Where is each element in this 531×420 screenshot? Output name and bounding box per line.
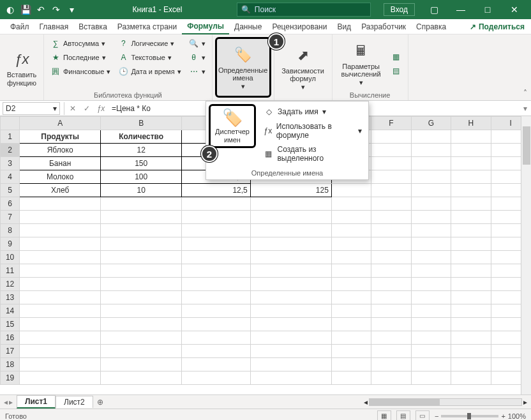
zoom-level[interactable]: 100% [508, 412, 526, 420]
cell[interactable] [331, 291, 371, 304]
cell[interactable]: Яблоко [20, 144, 101, 157]
tab-data[interactable]: Данные [229, 20, 267, 34]
sheet-tab-1[interactable]: Лист1 [17, 395, 56, 409]
cell[interactable] [331, 331, 371, 345]
cell[interactable] [101, 291, 182, 304]
row-header[interactable]: 1 [1, 130, 20, 144]
lookup-button[interactable]: 🔍▾ [186, 37, 208, 50]
cell[interactable]: Хлеб [20, 184, 101, 197]
cell[interactable] [371, 224, 411, 237]
tab-home[interactable]: Главная [34, 20, 74, 34]
math-button[interactable]: θ▾ [186, 51, 208, 64]
cell[interactable]: Банан [20, 157, 101, 170]
cell[interactable] [250, 197, 331, 211]
cell[interactable] [451, 170, 491, 184]
define-name-button[interactable]: ◇Задать имя ▾ [260, 104, 366, 119]
qat-more-icon[interactable]: ▾ [65, 3, 78, 16]
scroll-right-icon[interactable]: ▸ [523, 398, 527, 407]
cell[interactable]: Продукты [20, 130, 101, 144]
row-header[interactable]: 19 [1, 371, 20, 385]
horizontal-scrollbar[interactable]: ◂ ▸ [364, 398, 531, 407]
use-in-formula-button[interactable]: ƒxИспользовать в формуле ▾ [260, 119, 366, 142]
cell[interactable] [411, 144, 451, 157]
row-header[interactable]: 18 [1, 358, 20, 371]
cell[interactable] [250, 304, 331, 318]
zoom-out-icon[interactable]: − [435, 412, 438, 420]
cell[interactable] [451, 371, 491, 385]
cell[interactable] [451, 345, 491, 358]
cell[interactable] [182, 304, 251, 318]
cell[interactable] [331, 318, 371, 331]
autosum-button[interactable]: ∑Автосумма ▾ [48, 37, 113, 50]
cell[interactable] [371, 278, 411, 291]
cell[interactable] [451, 304, 491, 318]
row-header[interactable]: 5 [1, 184, 20, 197]
calc-sheet-button[interactable]: ▤ [389, 64, 404, 77]
cell[interactable] [451, 291, 491, 304]
redo-icon[interactable]: ↷ [50, 3, 63, 16]
cell[interactable] [20, 264, 101, 278]
cell[interactable] [20, 291, 101, 304]
enter-formula-icon[interactable]: ✓ [80, 104, 94, 113]
zoom-control[interactable]: − + 100% [435, 412, 526, 420]
close-button[interactable]: ✕ [502, 0, 527, 19]
search-box[interactable]: 🔍 Поиск [237, 3, 371, 17]
cell[interactable] [101, 358, 182, 371]
tab-developer[interactable]: Разработчик [356, 20, 411, 34]
row-header[interactable]: 2 [1, 144, 20, 157]
save-icon[interactable]: 💾 [19, 3, 32, 16]
cell[interactable] [101, 237, 182, 251]
datetime-button[interactable]: 🕒Дата и время ▾ [116, 65, 183, 78]
tab-page-layout[interactable]: Разметка страни [112, 20, 182, 34]
cell[interactable] [411, 197, 451, 211]
name-box[interactable]: D2 ▾ [3, 102, 60, 115]
scroll-left-icon[interactable]: ◂ [364, 398, 368, 407]
cell[interactable] [331, 251, 371, 264]
cell[interactable] [331, 197, 371, 211]
share-button[interactable]: ↗ Поделиться [463, 20, 531, 34]
cell[interactable] [250, 318, 331, 331]
cell[interactable] [331, 358, 371, 371]
row-header[interactable]: 14 [1, 304, 20, 318]
cell[interactable] [331, 264, 371, 278]
cell[interactable] [182, 197, 251, 211]
cell[interactable] [250, 237, 331, 251]
cell[interactable] [182, 318, 251, 331]
cell[interactable] [451, 197, 491, 211]
cell[interactable] [250, 291, 331, 304]
fx-button-icon[interactable]: ƒx [94, 104, 108, 113]
tab-file[interactable]: Файл [5, 20, 34, 34]
cell[interactable] [331, 237, 371, 251]
row-header[interactable]: 10 [1, 251, 20, 264]
cell[interactable] [331, 304, 371, 318]
cell[interactable] [250, 224, 331, 237]
cell[interactable] [411, 184, 451, 197]
hscroll-track[interactable] [369, 398, 522, 406]
cell[interactable] [371, 170, 411, 184]
sheet-nav-next-icon[interactable]: ▸ [9, 398, 13, 407]
calculation-options-button[interactable]: 🖩 Параметры вычислений ▾ [336, 37, 386, 90]
logical-button[interactable]: ?Логические ▾ [116, 37, 183, 50]
cell[interactable] [371, 130, 411, 144]
cell[interactable] [451, 237, 491, 251]
vertical-scrollbar[interactable] [521, 116, 531, 394]
cell[interactable] [250, 358, 331, 371]
ribbon-display-icon[interactable]: ▢ [421, 0, 447, 19]
cell[interactable] [451, 224, 491, 237]
cell[interactable] [250, 211, 331, 224]
row-header[interactable]: 13 [1, 291, 20, 304]
cell[interactable] [411, 130, 451, 144]
cell[interactable] [20, 237, 101, 251]
cell[interactable] [451, 144, 491, 157]
cell[interactable] [371, 331, 411, 345]
cell[interactable] [331, 278, 371, 291]
cell[interactable] [451, 318, 491, 331]
undo-icon[interactable]: ↶ [34, 3, 47, 16]
cell[interactable]: 10 [101, 184, 182, 197]
cell[interactable] [331, 345, 371, 358]
row-header[interactable]: 4 [1, 170, 20, 184]
cell[interactable] [101, 278, 182, 291]
cell[interactable] [101, 224, 182, 237]
tab-view[interactable]: Вид [332, 20, 356, 34]
cell[interactable]: 12 [101, 144, 182, 157]
